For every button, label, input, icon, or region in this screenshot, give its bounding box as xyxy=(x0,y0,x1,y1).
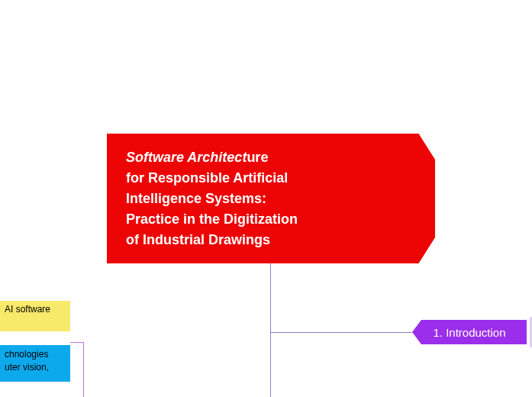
central-italic-text: Software Architect xyxy=(126,150,247,165)
central-topic-node[interactable]: Software Architecturefor Responsible Art… xyxy=(107,134,435,263)
intro-node[interactable]: 1. Introduction xyxy=(412,320,527,344)
yellow-partial-node[interactable]: AI software xyxy=(0,301,70,331)
blue-label-line2: uter vision, xyxy=(5,362,49,373)
yellow-label: AI software xyxy=(5,304,50,315)
purple-outline-partial xyxy=(70,342,84,397)
blue-label-line1: chnologies xyxy=(5,349,48,360)
connector-line-horizontal xyxy=(270,332,412,333)
intro-label: 1. Introduction xyxy=(433,326,505,339)
blue-partial-node[interactable]: chnologies uter vision, xyxy=(0,345,70,382)
connector-line-vertical xyxy=(270,263,271,397)
